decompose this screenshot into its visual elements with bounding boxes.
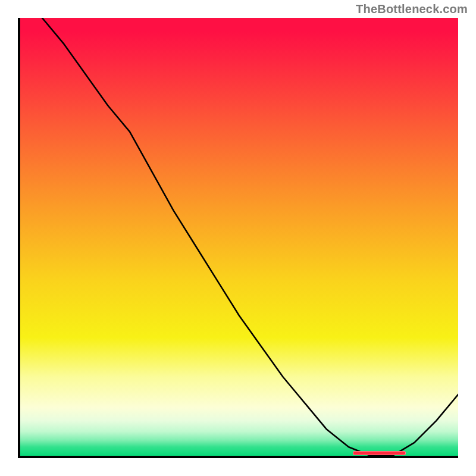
optimal-range-marker — [353, 451, 405, 455]
watermark: TheBottleneck.com — [356, 2, 468, 16]
chart-container: TheBottleneck.com — [0, 0, 476, 476]
bottleneck-curve — [20, 18, 458, 456]
plot-area — [18, 18, 458, 458]
